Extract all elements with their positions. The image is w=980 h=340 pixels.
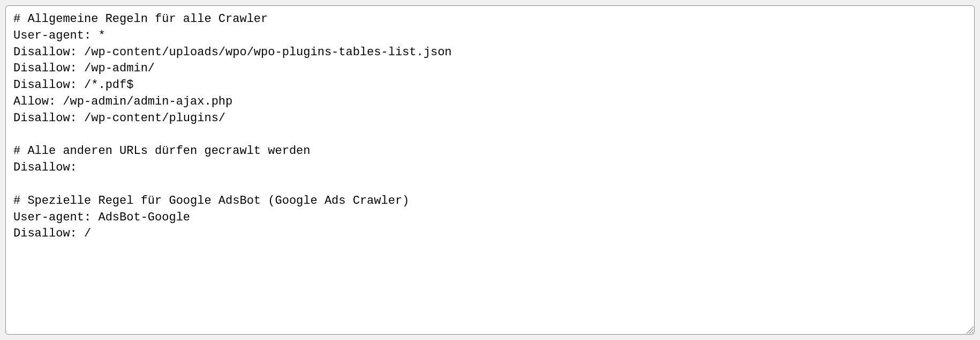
resize-icon: [964, 324, 974, 334]
svg-line-2: [972, 332, 974, 334]
resize-handle[interactable]: [964, 324, 974, 334]
svg-line-1: [969, 329, 974, 334]
svg-line-0: [967, 327, 974, 334]
textarea-container: [5, 5, 975, 335]
robots-txt-editor[interactable]: [6, 6, 974, 334]
